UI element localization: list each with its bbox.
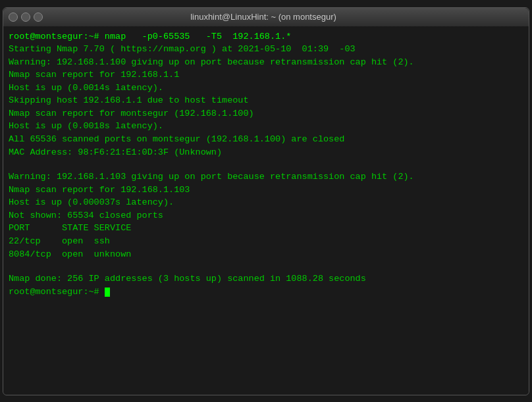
terminal-window: linuxhint@LinuxHint: ~ (on montsegur) ro… bbox=[3, 7, 529, 395]
terminal-prompt: root@montsegur:~# bbox=[9, 286, 523, 299]
terminal-line-10 bbox=[9, 159, 523, 170]
title-bar: linuxhint@LinuxHint: ~ (on montsegur) bbox=[3, 8, 529, 26]
terminal-line-2: Warning: 192.168.1.100 giving up on port… bbox=[9, 56, 523, 69]
terminal-line-4: Host is up (0.0014s latency). bbox=[9, 82, 523, 95]
close-button[interactable] bbox=[9, 13, 18, 22]
minimize-button[interactable] bbox=[21, 13, 30, 22]
cursor-blink bbox=[105, 288, 110, 297]
terminal-line-17: 8084/tcp open unknown bbox=[9, 248, 523, 261]
terminal-line-3: Nmap scan report for 192.168.1.1 bbox=[9, 68, 523, 82]
window-title: linuxhint@LinuxHint: ~ (on montsegur) bbox=[43, 12, 484, 22]
terminal-body[interactable]: root@montsegur:~# nmap -p0-65535 -T5 192… bbox=[3, 26, 529, 395]
terminal-line-12: Nmap scan report for 192.168.1.103 bbox=[9, 184, 523, 197]
terminal-line-1: Starting Nmap 7.70 ( https://nmap.org ) … bbox=[9, 43, 523, 56]
terminal-line-5: Skipping host 192.168.1.1 due to host ti… bbox=[9, 94, 523, 107]
terminal-line-cmd: root@montsegur:~# nmap -p0-65535 -T5 192… bbox=[9, 30, 523, 43]
terminal-line-8: All 65536 scanned ports on montsegur (19… bbox=[9, 133, 523, 146]
terminal-line-11: Warning: 192.168.1.103 giving up on port… bbox=[9, 170, 523, 184]
terminal-line-13: Host is up (0.000037s latency). bbox=[9, 196, 523, 209]
terminal-line-15: PORT STATE SERVICE bbox=[9, 222, 523, 235]
terminal-line-16: 22/tcp open ssh bbox=[9, 235, 523, 248]
maximize-button[interactable] bbox=[34, 13, 43, 22]
terminal-line-6: Nmap scan report for montsegur (192.168.… bbox=[9, 107, 523, 120]
terminal-line-14: Not shown: 65534 closed ports bbox=[9, 209, 523, 222]
window-controls[interactable] bbox=[9, 13, 43, 22]
terminal-line-9: MAC Address: 98:F6:21:E1:0D:3F (Unknown) bbox=[9, 146, 523, 159]
terminal-line-18 bbox=[9, 261, 523, 272]
terminal-line-7: Host is up (0.0018s latency). bbox=[9, 120, 523, 133]
terminal-line-19: Nmap done: 256 IP addresses (3 hosts up)… bbox=[9, 272, 523, 286]
